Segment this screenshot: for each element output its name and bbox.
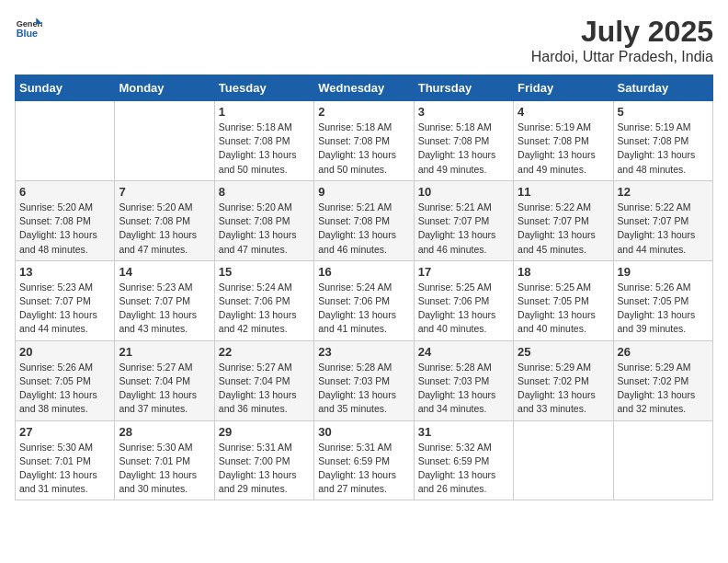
header-day-sunday: Sunday (16, 75, 115, 101)
day-info: Sunrise: 5:31 AM Sunset: 7:00 PM Dayligh… (219, 441, 310, 497)
calendar-cell: 9Sunrise: 5:21 AM Sunset: 7:08 PM Daylig… (314, 180, 414, 260)
calendar-cell: 21Sunrise: 5:27 AM Sunset: 7:04 PM Dayli… (115, 340, 214, 420)
day-number: 24 (418, 345, 509, 359)
day-number: 28 (119, 425, 210, 439)
svg-text:Blue: Blue (17, 28, 38, 39)
day-number: 23 (318, 345, 409, 359)
day-number: 22 (219, 345, 310, 359)
header-day-monday: Monday (115, 75, 214, 101)
calendar-cell: 15Sunrise: 5:24 AM Sunset: 7:06 PM Dayli… (214, 260, 313, 340)
calendar-cell: 23Sunrise: 5:28 AM Sunset: 7:03 PM Dayli… (314, 340, 414, 420)
day-info: Sunrise: 5:30 AM Sunset: 7:01 PM Dayligh… (19, 441, 110, 497)
calendar-cell: 7Sunrise: 5:20 AM Sunset: 7:08 PM Daylig… (115, 180, 214, 260)
day-info: Sunrise: 5:28 AM Sunset: 7:03 PM Dayligh… (418, 361, 509, 417)
day-info: Sunrise: 5:27 AM Sunset: 7:04 PM Dayligh… (119, 361, 210, 417)
day-info: Sunrise: 5:21 AM Sunset: 7:08 PM Dayligh… (318, 201, 409, 257)
calendar-week-row: 20Sunrise: 5:26 AM Sunset: 7:05 PM Dayli… (16, 340, 713, 420)
calendar-cell: 6Sunrise: 5:20 AM Sunset: 7:08 PM Daylig… (16, 180, 115, 260)
calendar-cell (16, 101, 115, 181)
title-block: July 2025 Hardoi, Uttar Pradesh, India (531, 15, 713, 65)
day-info: Sunrise: 5:20 AM Sunset: 7:08 PM Dayligh… (219, 201, 310, 257)
day-number: 31 (418, 425, 509, 439)
day-number: 15 (219, 265, 310, 279)
calendar-week-row: 1Sunrise: 5:18 AM Sunset: 7:08 PM Daylig… (16, 101, 713, 181)
calendar-cell: 2Sunrise: 5:18 AM Sunset: 7:08 PM Daylig… (314, 101, 414, 181)
day-info: Sunrise: 5:29 AM Sunset: 7:02 PM Dayligh… (518, 361, 609, 417)
header-day-tuesday: Tuesday (214, 75, 313, 101)
calendar-cell: 13Sunrise: 5:23 AM Sunset: 7:07 PM Dayli… (16, 260, 115, 340)
calendar-cell: 18Sunrise: 5:25 AM Sunset: 7:05 PM Dayli… (514, 260, 613, 340)
day-info: Sunrise: 5:19 AM Sunset: 7:08 PM Dayligh… (518, 121, 609, 177)
calendar-cell: 27Sunrise: 5:30 AM Sunset: 7:01 PM Dayli… (16, 420, 115, 500)
header-day-wednesday: Wednesday (314, 75, 414, 101)
day-info: Sunrise: 5:18 AM Sunset: 7:08 PM Dayligh… (219, 121, 310, 177)
header-day-saturday: Saturday (613, 75, 712, 101)
day-number: 12 (618, 185, 709, 199)
calendar-cell: 5Sunrise: 5:19 AM Sunset: 7:08 PM Daylig… (613, 101, 712, 181)
calendar-cell: 24Sunrise: 5:28 AM Sunset: 7:03 PM Dayli… (414, 340, 513, 420)
calendar-cell: 16Sunrise: 5:24 AM Sunset: 7:06 PM Dayli… (314, 260, 414, 340)
day-info: Sunrise: 5:27 AM Sunset: 7:04 PM Dayligh… (219, 361, 310, 417)
day-number: 27 (19, 425, 110, 439)
calendar-cell: 1Sunrise: 5:18 AM Sunset: 7:08 PM Daylig… (214, 101, 313, 181)
day-number: 29 (219, 425, 310, 439)
day-number: 2 (318, 105, 409, 119)
calendar-cell: 26Sunrise: 5:29 AM Sunset: 7:02 PM Dayli… (613, 340, 712, 420)
day-info: Sunrise: 5:25 AM Sunset: 7:06 PM Dayligh… (418, 281, 509, 337)
calendar-cell (115, 101, 214, 181)
day-number: 9 (318, 185, 409, 199)
day-info: Sunrise: 5:22 AM Sunset: 7:07 PM Dayligh… (618, 201, 709, 257)
day-info: Sunrise: 5:21 AM Sunset: 7:07 PM Dayligh… (418, 201, 509, 257)
day-number: 16 (318, 265, 409, 279)
day-info: Sunrise: 5:20 AM Sunset: 7:08 PM Dayligh… (19, 201, 110, 257)
day-info: Sunrise: 5:23 AM Sunset: 7:07 PM Dayligh… (119, 281, 210, 337)
calendar-cell: 25Sunrise: 5:29 AM Sunset: 7:02 PM Dayli… (514, 340, 613, 420)
calendar-header-row: SundayMondayTuesdayWednesdayThursdayFrid… (16, 75, 713, 101)
day-info: Sunrise: 5:25 AM Sunset: 7:05 PM Dayligh… (518, 281, 609, 337)
day-number: 11 (518, 185, 609, 199)
calendar-table: SundayMondayTuesdayWednesdayThursdayFrid… (15, 75, 713, 500)
calendar-cell: 20Sunrise: 5:26 AM Sunset: 7:05 PM Dayli… (16, 340, 115, 420)
calendar-week-row: 13Sunrise: 5:23 AM Sunset: 7:07 PM Dayli… (16, 260, 713, 340)
day-info: Sunrise: 5:18 AM Sunset: 7:08 PM Dayligh… (418, 121, 509, 177)
calendar-cell (514, 420, 613, 500)
day-number: 6 (19, 185, 110, 199)
day-number: 1 (219, 105, 310, 119)
calendar-cell: 17Sunrise: 5:25 AM Sunset: 7:06 PM Dayli… (414, 260, 513, 340)
day-info: Sunrise: 5:26 AM Sunset: 7:05 PM Dayligh… (19, 361, 110, 417)
day-number: 25 (518, 345, 609, 359)
calendar-cell: 28Sunrise: 5:30 AM Sunset: 7:01 PM Dayli… (115, 420, 214, 500)
day-info: Sunrise: 5:24 AM Sunset: 7:06 PM Dayligh… (219, 281, 310, 337)
day-info: Sunrise: 5:29 AM Sunset: 7:02 PM Dayligh… (618, 361, 709, 417)
header-day-friday: Friday (514, 75, 613, 101)
day-number: 8 (219, 185, 310, 199)
calendar-cell: 10Sunrise: 5:21 AM Sunset: 7:07 PM Dayli… (414, 180, 513, 260)
calendar-week-row: 27Sunrise: 5:30 AM Sunset: 7:01 PM Dayli… (16, 420, 713, 500)
logo: General Blue (15, 15, 42, 42)
day-info: Sunrise: 5:22 AM Sunset: 7:07 PM Dayligh… (518, 201, 609, 257)
calendar-cell: 19Sunrise: 5:26 AM Sunset: 7:05 PM Dayli… (613, 260, 712, 340)
day-number: 7 (119, 185, 210, 199)
day-number: 18 (518, 265, 609, 279)
day-info: Sunrise: 5:23 AM Sunset: 7:07 PM Dayligh… (19, 281, 110, 337)
calendar-cell: 14Sunrise: 5:23 AM Sunset: 7:07 PM Dayli… (115, 260, 214, 340)
calendar-cell: 12Sunrise: 5:22 AM Sunset: 7:07 PM Dayli… (613, 180, 712, 260)
calendar-cell: 30Sunrise: 5:31 AM Sunset: 6:59 PM Dayli… (314, 420, 414, 500)
calendar-cell: 31Sunrise: 5:32 AM Sunset: 6:59 PM Dayli… (414, 420, 513, 500)
calendar-cell: 11Sunrise: 5:22 AM Sunset: 7:07 PM Dayli… (514, 180, 613, 260)
logo-icon: General Blue (15, 15, 42, 42)
day-info: Sunrise: 5:31 AM Sunset: 6:59 PM Dayligh… (318, 441, 409, 497)
header-day-thursday: Thursday (414, 75, 513, 101)
day-info: Sunrise: 5:19 AM Sunset: 7:08 PM Dayligh… (618, 121, 709, 177)
page-subtitle: Hardoi, Uttar Pradesh, India (531, 49, 713, 65)
day-number: 10 (418, 185, 509, 199)
day-number: 20 (19, 345, 110, 359)
calendar-week-row: 6Sunrise: 5:20 AM Sunset: 7:08 PM Daylig… (16, 180, 713, 260)
day-number: 5 (618, 105, 709, 119)
day-number: 30 (318, 425, 409, 439)
day-info: Sunrise: 5:32 AM Sunset: 6:59 PM Dayligh… (418, 441, 509, 497)
day-info: Sunrise: 5:30 AM Sunset: 7:01 PM Dayligh… (119, 441, 210, 497)
page-header: General Blue July 2025 Hardoi, Uttar Pra… (15, 15, 713, 65)
day-number: 14 (119, 265, 210, 279)
day-info: Sunrise: 5:26 AM Sunset: 7:05 PM Dayligh… (618, 281, 709, 337)
